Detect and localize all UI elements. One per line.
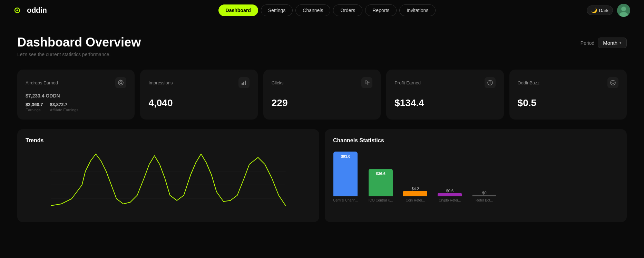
nav-dashboard[interactable]: Dashboard <box>218 4 258 16</box>
moon-icon: 🌙 <box>591 8 597 13</box>
period-value: Month <box>603 40 617 46</box>
channel-bar-2: $4.2 Coin Refer... <box>403 185 427 202</box>
channel-bar-1: $36.6 ICO Central K... <box>369 169 393 202</box>
nav-settings[interactable]: Settings <box>261 4 293 16</box>
trends-title: Trends <box>26 137 311 144</box>
logo: oddin <box>14 5 47 16</box>
stat-card-impressions: Impressions 4,040 <box>140 70 257 120</box>
header: oddin Dashboard Settings Channels Orders… <box>0 0 644 21</box>
stat-card-header-airdrops: Airdrops Earned <box>26 77 126 88</box>
impressions-title: Impressions <box>148 80 173 85</box>
page-header-left: Dashboard Overview Let's see the current… <box>17 35 141 57</box>
chevron-down-icon: ▾ <box>619 41 622 45</box>
channels-chart: $93.0 Central Chann... $36.6 ICO Central… <box>333 151 618 206</box>
impressions-icon <box>238 77 250 88</box>
stat-cards: Airdrops Earned $7,233.4 ODDN $3,360.7 E… <box>17 70 627 120</box>
svg-point-1 <box>17 10 18 11</box>
clicks-value: 229 <box>272 97 372 109</box>
airdrops-value: $7,233.4 ODDN <box>26 93 126 99</box>
oddinbuzz-icon <box>607 77 618 88</box>
oddinbuzz-title: OddinBuzz <box>518 80 540 85</box>
bottom-panels: Trends Channels Statistics $93.0 Central… <box>17 129 627 222</box>
nav-invitations[interactable]: Invitations <box>399 4 436 16</box>
stat-card-clicks: Clicks 229 <box>263 70 381 120</box>
svg-point-3 <box>621 7 626 11</box>
trends-panel: Trends <box>17 129 319 222</box>
main-nav: Dashboard Settings Channels Orders Repor… <box>67 4 586 16</box>
airdrops-footer: $3,360.7 Earnings $3,872.7 Affiliate Ear… <box>26 102 126 112</box>
channel-bar-blue: $93.0 <box>333 152 358 196</box>
channel-bar-4: $0 Refer Bot... <box>472 189 496 202</box>
svg-rect-8 <box>242 83 243 85</box>
trends-chart <box>26 151 311 213</box>
channels-stats-title: Channels Statistics <box>333 137 618 144</box>
clicks-title: Clicks <box>272 80 284 85</box>
svg-point-6 <box>120 82 122 84</box>
period-dropdown[interactable]: Month ▾ <box>598 38 627 48</box>
avatar[interactable] <box>617 4 630 17</box>
main-content: Dashboard Overview Let's see the current… <box>0 21 644 233</box>
channel-bar-3: $0.6 Crypto Refer... <box>438 187 462 202</box>
stat-card-header-clicks: Clicks <box>272 77 372 88</box>
stat-card-header-oddinbuzz: OddinBuzz <box>518 77 618 88</box>
logo-icon <box>14 5 25 16</box>
airdrops-icon <box>115 77 126 88</box>
stat-card-header-impressions: Impressions <box>148 77 249 88</box>
stat-card-profit: Profit Earned $134.4 <box>386 70 504 120</box>
oddinbuzz-value: $0.5 <box>518 97 618 109</box>
airdrops-earnings: $3,360.7 Earnings <box>26 102 43 112</box>
nav-channels[interactable]: Channels <box>295 4 330 16</box>
stat-card-airdrops: Airdrops Earned $7,233.4 ODDN $3,360.7 E… <box>17 70 135 120</box>
stat-card-oddinbuzz: OddinBuzz $0.5 <box>509 70 627 120</box>
profit-icon <box>485 77 496 88</box>
svg-rect-9 <box>243 82 244 85</box>
stat-card-header-profit: Profit Earned <box>394 77 495 88</box>
nav-reports[interactable]: Reports <box>365 4 397 16</box>
channel-bar-0: $93.0 Central Chann... <box>333 152 358 202</box>
page-header: Dashboard Overview Let's see the current… <box>17 35 627 57</box>
period-selector: Period Month ▾ <box>580 38 627 48</box>
channels-stats-panel: Channels Statistics $93.0 Central Chann.… <box>325 129 627 222</box>
svg-point-12 <box>611 80 615 85</box>
page-title: Dashboard Overview <box>17 35 141 50</box>
header-right: 🌙 Dark <box>587 4 630 17</box>
dark-mode-toggle[interactable]: 🌙 Dark <box>587 6 613 15</box>
svg-rect-10 <box>245 81 246 85</box>
channel-bar-green: $36.6 <box>369 169 393 196</box>
dark-mode-label: Dark <box>599 8 608 13</box>
nav-orders[interactable]: Orders <box>333 4 362 16</box>
impressions-value: 4,040 <box>148 97 249 109</box>
airdrops-affiliate: $3,872.7 Affiliate Earnings <box>50 102 78 112</box>
profit-title: Profit Earned <box>394 80 421 85</box>
period-label: Period <box>580 40 594 46</box>
profit-value: $134.4 <box>394 97 495 109</box>
page-subtitle: Let's see the current statistics perform… <box>17 52 141 57</box>
logo-text: oddin <box>27 6 47 15</box>
clicks-icon <box>361 77 372 88</box>
airdrops-title: Airdrops Earned <box>26 80 58 85</box>
svg-point-5 <box>118 80 123 85</box>
